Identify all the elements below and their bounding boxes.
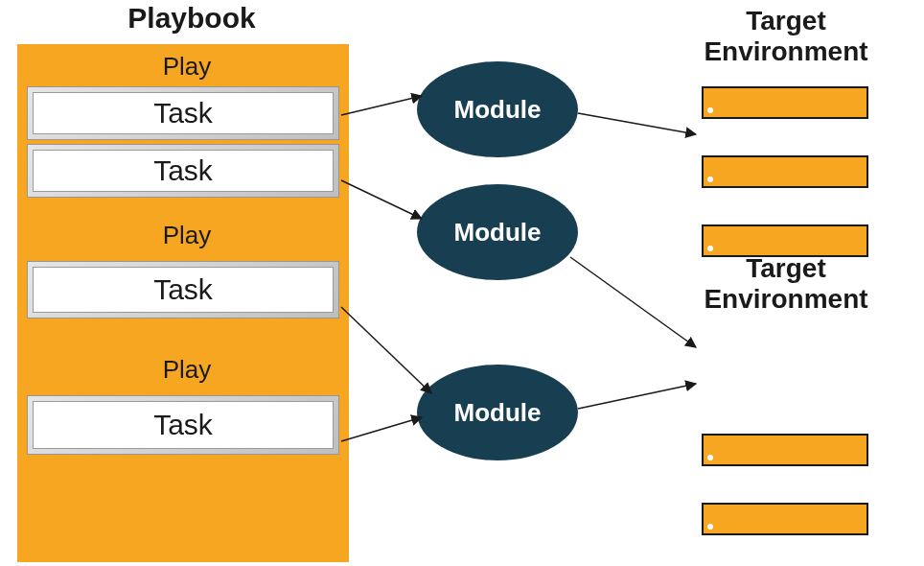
task-box: Task [27, 261, 339, 318]
host-dot-icon [707, 524, 713, 530]
playbook-title: Playbook [96, 2, 288, 35]
host-dot-icon [707, 177, 713, 182]
host-box [702, 86, 868, 119]
module-node-1: Module [417, 61, 578, 157]
target-env-title-1: Target Environment [661, 6, 911, 67]
arrow-module1-env1 [578, 113, 696, 134]
host-dot-icon [707, 455, 713, 460]
play-label-3: Play [144, 355, 230, 385]
play-label-2: Play [144, 221, 230, 250]
arrow-task2-module2 [341, 180, 422, 219]
host-box [702, 434, 868, 466]
host-box [702, 155, 868, 188]
host-dot-icon [707, 246, 713, 251]
task-box: Task [27, 144, 339, 198]
arrow-module3-env2 [578, 384, 696, 409]
task-label: Task [33, 267, 334, 313]
host-dot-icon [707, 107, 713, 113]
arrow-task3-module3 [341, 307, 431, 393]
target-env-title-2: Target Environment [661, 253, 911, 315]
task-label: Task [33, 150, 334, 192]
module-node-3: Module [417, 365, 578, 460]
task-label: Task [33, 92, 334, 134]
module-node-2: Module [417, 184, 578, 280]
host-box [702, 503, 868, 535]
task-box: Task [27, 395, 339, 455]
arrow-task1-module1 [341, 96, 422, 115]
task-label: Task [33, 401, 334, 449]
arrow-task4-module3 [341, 417, 422, 441]
play-label-1: Play [144, 52, 230, 82]
task-box: Task [27, 86, 339, 140]
host-box [702, 224, 868, 257]
